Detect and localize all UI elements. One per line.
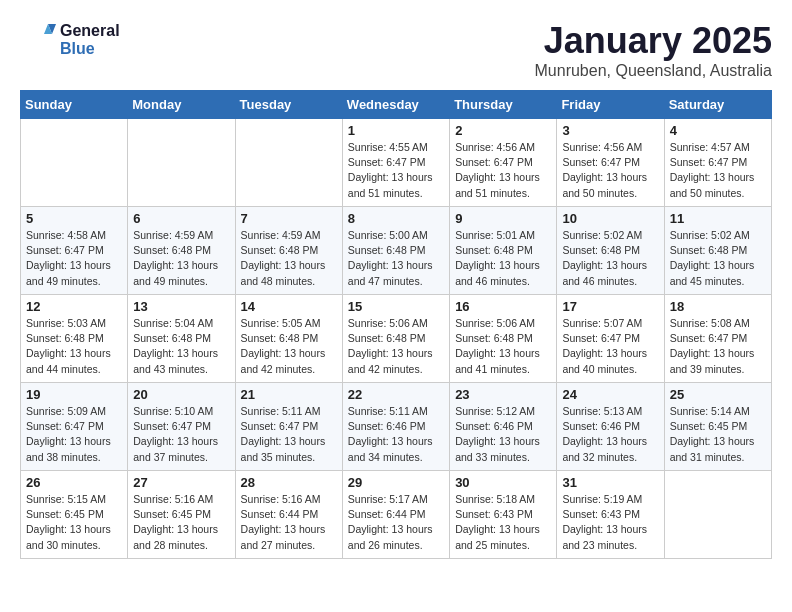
day-info: Sunrise: 5:19 AMSunset: 6:43 PMDaylight:… [562, 492, 658, 553]
day-number: 24 [562, 387, 658, 402]
calendar-cell: 21Sunrise: 5:11 AMSunset: 6:47 PMDayligh… [235, 383, 342, 471]
calendar-cell: 13Sunrise: 5:04 AMSunset: 6:48 PMDayligh… [128, 295, 235, 383]
day-info: Sunrise: 5:15 AMSunset: 6:45 PMDaylight:… [26, 492, 122, 553]
day-number: 2 [455, 123, 551, 138]
calendar-cell [664, 471, 771, 559]
day-number: 26 [26, 475, 122, 490]
day-info: Sunrise: 5:02 AMSunset: 6:48 PMDaylight:… [562, 228, 658, 289]
day-number: 16 [455, 299, 551, 314]
day-number: 11 [670, 211, 766, 226]
calendar-cell: 23Sunrise: 5:12 AMSunset: 6:46 PMDayligh… [450, 383, 557, 471]
calendar-cell: 31Sunrise: 5:19 AMSunset: 6:43 PMDayligh… [557, 471, 664, 559]
day-info: Sunrise: 5:05 AMSunset: 6:48 PMDaylight:… [241, 316, 337, 377]
logo: General Blue [20, 20, 120, 60]
day-number: 22 [348, 387, 444, 402]
calendar-cell: 8Sunrise: 5:00 AMSunset: 6:48 PMDaylight… [342, 207, 449, 295]
weekday-header: Monday [128, 91, 235, 119]
day-info: Sunrise: 5:06 AMSunset: 6:48 PMDaylight:… [455, 316, 551, 377]
calendar-cell: 4Sunrise: 4:57 AMSunset: 6:47 PMDaylight… [664, 119, 771, 207]
day-number: 15 [348, 299, 444, 314]
weekday-header: Tuesday [235, 91, 342, 119]
day-info: Sunrise: 5:12 AMSunset: 6:46 PMDaylight:… [455, 404, 551, 465]
calendar-cell [21, 119, 128, 207]
day-info: Sunrise: 4:56 AMSunset: 6:47 PMDaylight:… [562, 140, 658, 201]
day-number: 8 [348, 211, 444, 226]
weekday-header: Sunday [21, 91, 128, 119]
calendar-week-row: 26Sunrise: 5:15 AMSunset: 6:45 PMDayligh… [21, 471, 772, 559]
calendar-cell: 3Sunrise: 4:56 AMSunset: 6:47 PMDaylight… [557, 119, 664, 207]
day-number: 31 [562, 475, 658, 490]
calendar-week-row: 19Sunrise: 5:09 AMSunset: 6:47 PMDayligh… [21, 383, 772, 471]
calendar-cell [235, 119, 342, 207]
day-info: Sunrise: 5:11 AMSunset: 6:46 PMDaylight:… [348, 404, 444, 465]
calendar-cell: 15Sunrise: 5:06 AMSunset: 6:48 PMDayligh… [342, 295, 449, 383]
calendar-week-row: 5Sunrise: 4:58 AMSunset: 6:47 PMDaylight… [21, 207, 772, 295]
calendar-cell: 14Sunrise: 5:05 AMSunset: 6:48 PMDayligh… [235, 295, 342, 383]
day-info: Sunrise: 5:00 AMSunset: 6:48 PMDaylight:… [348, 228, 444, 289]
day-info: Sunrise: 4:57 AMSunset: 6:47 PMDaylight:… [670, 140, 766, 201]
calendar-cell: 7Sunrise: 4:59 AMSunset: 6:48 PMDaylight… [235, 207, 342, 295]
day-info: Sunrise: 4:55 AMSunset: 6:47 PMDaylight:… [348, 140, 444, 201]
weekday-header: Friday [557, 91, 664, 119]
calendar-table: SundayMondayTuesdayWednesdayThursdayFrid… [20, 90, 772, 559]
calendar-cell [128, 119, 235, 207]
day-info: Sunrise: 5:01 AMSunset: 6:48 PMDaylight:… [455, 228, 551, 289]
weekday-header: Wednesday [342, 91, 449, 119]
day-info: Sunrise: 5:14 AMSunset: 6:45 PMDaylight:… [670, 404, 766, 465]
calendar-cell: 25Sunrise: 5:14 AMSunset: 6:45 PMDayligh… [664, 383, 771, 471]
day-number: 29 [348, 475, 444, 490]
day-info: Sunrise: 5:09 AMSunset: 6:47 PMDaylight:… [26, 404, 122, 465]
calendar-header-row: SundayMondayTuesdayWednesdayThursdayFrid… [21, 91, 772, 119]
day-number: 30 [455, 475, 551, 490]
day-info: Sunrise: 4:56 AMSunset: 6:47 PMDaylight:… [455, 140, 551, 201]
calendar-cell: 1Sunrise: 4:55 AMSunset: 6:47 PMDaylight… [342, 119, 449, 207]
calendar-cell: 2Sunrise: 4:56 AMSunset: 6:47 PMDaylight… [450, 119, 557, 207]
day-number: 14 [241, 299, 337, 314]
day-info: Sunrise: 5:10 AMSunset: 6:47 PMDaylight:… [133, 404, 229, 465]
month-title: January 2025 [535, 20, 772, 62]
day-info: Sunrise: 5:02 AMSunset: 6:48 PMDaylight:… [670, 228, 766, 289]
calendar-cell: 6Sunrise: 4:59 AMSunset: 6:48 PMDaylight… [128, 207, 235, 295]
day-number: 4 [670, 123, 766, 138]
day-info: Sunrise: 5:16 AMSunset: 6:45 PMDaylight:… [133, 492, 229, 553]
title-block: January 2025 Munruben, Queensland, Austr… [535, 20, 772, 80]
calendar-cell: 26Sunrise: 5:15 AMSunset: 6:45 PMDayligh… [21, 471, 128, 559]
calendar-cell: 5Sunrise: 4:58 AMSunset: 6:47 PMDaylight… [21, 207, 128, 295]
logo-text-general: General [60, 22, 120, 40]
day-number: 28 [241, 475, 337, 490]
calendar-cell: 16Sunrise: 5:06 AMSunset: 6:48 PMDayligh… [450, 295, 557, 383]
calendar-cell: 24Sunrise: 5:13 AMSunset: 6:46 PMDayligh… [557, 383, 664, 471]
calendar-cell: 20Sunrise: 5:10 AMSunset: 6:47 PMDayligh… [128, 383, 235, 471]
calendar-week-row: 12Sunrise: 5:03 AMSunset: 6:48 PMDayligh… [21, 295, 772, 383]
day-number: 3 [562, 123, 658, 138]
day-info: Sunrise: 4:59 AMSunset: 6:48 PMDaylight:… [241, 228, 337, 289]
day-number: 21 [241, 387, 337, 402]
page-header: General Blue January 2025 Munruben, Quee… [20, 20, 772, 80]
calendar-cell: 29Sunrise: 5:17 AMSunset: 6:44 PMDayligh… [342, 471, 449, 559]
calendar-cell: 27Sunrise: 5:16 AMSunset: 6:45 PMDayligh… [128, 471, 235, 559]
day-info: Sunrise: 5:03 AMSunset: 6:48 PMDaylight:… [26, 316, 122, 377]
day-info: Sunrise: 5:17 AMSunset: 6:44 PMDaylight:… [348, 492, 444, 553]
day-number: 10 [562, 211, 658, 226]
calendar-cell: 12Sunrise: 5:03 AMSunset: 6:48 PMDayligh… [21, 295, 128, 383]
day-number: 23 [455, 387, 551, 402]
day-number: 20 [133, 387, 229, 402]
calendar-cell: 10Sunrise: 5:02 AMSunset: 6:48 PMDayligh… [557, 207, 664, 295]
logo-text-blue: Blue [60, 40, 120, 58]
weekday-header: Thursday [450, 91, 557, 119]
logo-shape [20, 20, 56, 60]
day-info: Sunrise: 5:11 AMSunset: 6:47 PMDaylight:… [241, 404, 337, 465]
weekday-header: Saturday [664, 91, 771, 119]
day-number: 19 [26, 387, 122, 402]
location-subtitle: Munruben, Queensland, Australia [535, 62, 772, 80]
day-number: 17 [562, 299, 658, 314]
day-number: 27 [133, 475, 229, 490]
calendar-cell: 11Sunrise: 5:02 AMSunset: 6:48 PMDayligh… [664, 207, 771, 295]
day-number: 9 [455, 211, 551, 226]
day-number: 13 [133, 299, 229, 314]
day-number: 1 [348, 123, 444, 138]
calendar-cell: 22Sunrise: 5:11 AMSunset: 6:46 PMDayligh… [342, 383, 449, 471]
day-number: 6 [133, 211, 229, 226]
day-info: Sunrise: 4:58 AMSunset: 6:47 PMDaylight:… [26, 228, 122, 289]
day-number: 5 [26, 211, 122, 226]
